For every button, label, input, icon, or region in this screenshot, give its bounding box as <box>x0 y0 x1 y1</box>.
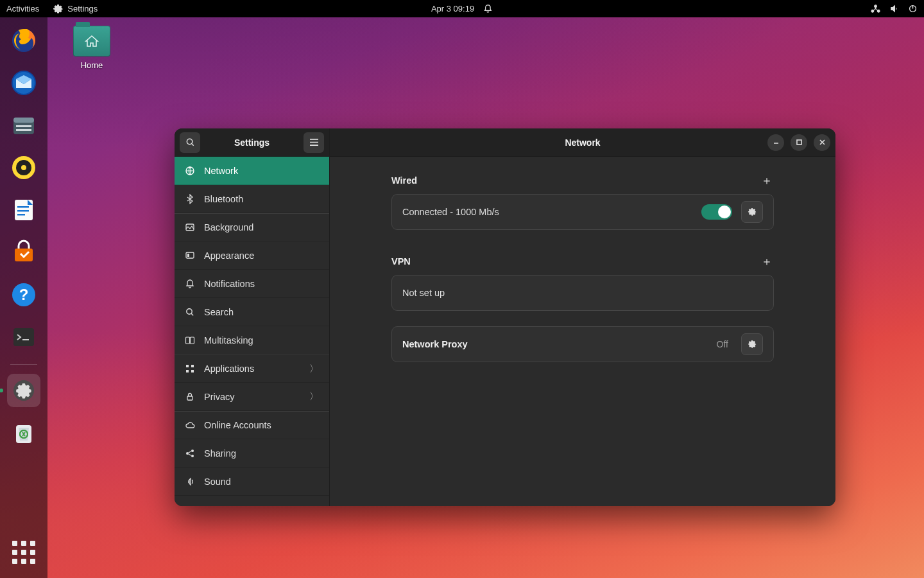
sidebar-label: Bluetooth <box>204 194 243 204</box>
hamburger-icon <box>309 138 319 146</box>
bell-icon <box>185 279 195 289</box>
sidebar-label: Network <box>204 166 238 176</box>
svg-point-10 <box>21 165 26 170</box>
svg-rect-38 <box>797 140 801 144</box>
dock-help[interactable]: ? <box>7 278 40 311</box>
show-applications-button[interactable] <box>7 536 40 569</box>
sidebar-item-bluetooth[interactable]: Bluetooth <box>175 185 329 213</box>
sidebar-label: Sharing <box>204 448 236 459</box>
sidebar-label: Notifications <box>204 279 255 289</box>
svg-point-36 <box>191 450 194 452</box>
sidebar-label: Sound <box>204 477 231 487</box>
dock-files[interactable] <box>7 109 40 142</box>
chevron-right-icon: 〉 <box>309 363 319 375</box>
sidebar-label: Background <box>204 222 253 232</box>
bluetooth-icon <box>185 194 195 204</box>
dock-rhythmbox[interactable] <box>7 151 40 184</box>
settings-window: Settings Network Bluetooth Background Ap… <box>175 128 835 506</box>
svg-rect-29 <box>191 337 194 344</box>
content-title: Network <box>565 137 600 148</box>
sidebar-item-applications[interactable]: Applications 〉 <box>175 355 329 383</box>
sidebar-item-sharing[interactable]: Sharing <box>175 439 329 468</box>
notification-bell-icon[interactable] <box>483 4 493 13</box>
home-icon <box>84 35 99 48</box>
svg-rect-33 <box>191 370 194 372</box>
sidebar-item-privacy[interactable]: Privacy 〉 <box>175 383 329 411</box>
search-icon <box>185 137 195 147</box>
sidebar-item-background[interactable]: Background <box>175 213 329 241</box>
volume-icon[interactable] <box>889 4 899 13</box>
clock[interactable]: Apr 3 09:19 <box>431 4 474 13</box>
sidebar-title: Settings <box>205 137 298 148</box>
gear-icon <box>747 207 757 217</box>
sidebar-label: Privacy <box>204 392 235 402</box>
svg-rect-28 <box>186 337 190 344</box>
svg-rect-32 <box>186 370 189 372</box>
wired-connection-row: Connected - 1000 Mb/s <box>391 194 774 230</box>
dock: ? <box>0 17 47 578</box>
top-bar: Activities Settings Apr 3 09:19 <box>0 0 924 17</box>
proxy-settings-button[interactable] <box>741 333 763 355</box>
sidebar-item-notifications[interactable]: Notifications <box>175 270 329 298</box>
sidebar-item-online-accounts[interactable]: Online Accounts <box>175 411 329 439</box>
multitasking-icon <box>185 335 195 346</box>
lock-icon <box>185 392 195 402</box>
sidebar-item-multitasking[interactable]: Multitasking <box>175 326 329 355</box>
sidebar-label: Online Accounts <box>204 420 271 430</box>
sound-icon <box>185 477 195 487</box>
svg-rect-7 <box>16 129 31 131</box>
background-icon <box>185 222 195 232</box>
wired-section-heading: Wired <box>391 175 417 186</box>
hamburger-menu-button[interactable] <box>304 132 324 153</box>
svg-rect-13 <box>17 210 29 212</box>
add-wired-button[interactable]: ＋ <box>760 173 774 188</box>
svg-rect-34 <box>187 396 193 400</box>
svg-rect-6 <box>16 125 31 127</box>
network-proxy-row: Network Proxy Off <box>391 326 774 362</box>
sidebar-item-search[interactable]: Search <box>175 298 329 326</box>
activities-button[interactable]: Activities <box>6 4 39 13</box>
proxy-status-text: Off <box>717 339 728 349</box>
settings-content: Network Wired ＋ Connected - 1000 Mb/s <box>330 128 835 506</box>
sidebar-label: Applications <box>204 363 254 374</box>
dock-libreoffice-writer[interactable] <box>7 193 40 227</box>
wired-settings-button[interactable] <box>741 201 763 223</box>
svg-text:?: ? <box>19 286 29 303</box>
globe-icon <box>185 166 195 176</box>
desktop-home-label: Home <box>67 60 117 70</box>
network-status-icon[interactable] <box>871 4 880 13</box>
sidebar-item-sound[interactable]: Sound <box>175 468 329 496</box>
sidebar-label: Appearance <box>204 250 254 261</box>
sidebar-label: Multitasking <box>204 335 253 346</box>
search-button[interactable] <box>180 132 200 153</box>
add-vpn-button[interactable]: ＋ <box>760 254 774 268</box>
dock-settings[interactable] <box>7 374 40 407</box>
svg-rect-18 <box>13 328 34 346</box>
dock-terminal[interactable] <box>7 320 40 354</box>
dock-thunderbird[interactable] <box>7 66 40 100</box>
svg-point-35 <box>186 452 189 455</box>
vpn-status-text: Not set up <box>402 288 763 298</box>
sidebar-item-network[interactable]: Network <box>175 157 329 185</box>
window-minimize-button[interactable] <box>767 134 784 151</box>
settings-icon <box>53 4 64 14</box>
sidebar-label: Search <box>204 307 234 317</box>
current-app-menu[interactable]: Settings <box>53 4 98 14</box>
settings-sidebar: Settings Network Bluetooth Background Ap… <box>175 128 330 506</box>
dock-firefox[interactable] <box>7 24 40 57</box>
sidebar-item-appearance[interactable]: Appearance <box>175 241 329 270</box>
dock-software[interactable] <box>7 236 40 269</box>
dock-trash[interactable] <box>7 416 40 450</box>
svg-rect-12 <box>17 206 29 208</box>
wired-toggle[interactable] <box>701 204 732 220</box>
window-close-button[interactable] <box>814 134 830 151</box>
appearance-icon <box>185 250 195 261</box>
svg-rect-14 <box>17 214 25 216</box>
share-icon <box>185 448 195 459</box>
svg-point-22 <box>187 139 192 144</box>
svg-rect-31 <box>191 365 194 367</box>
window-maximize-button[interactable] <box>791 134 807 151</box>
power-icon[interactable] <box>908 4 918 13</box>
proxy-heading: Network Proxy <box>402 339 708 349</box>
desktop-home-folder[interactable]: Home <box>67 26 117 70</box>
